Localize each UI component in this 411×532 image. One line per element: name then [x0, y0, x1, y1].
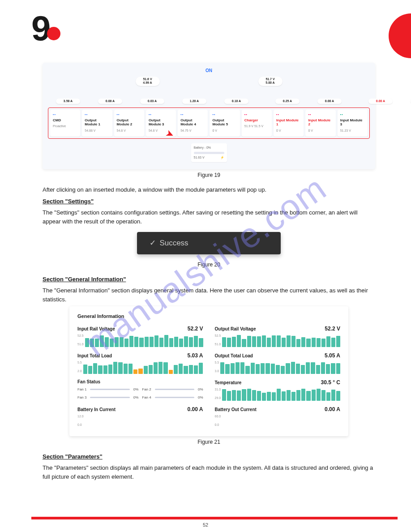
fan-grid: Fan 10%Fan 20%Fan 30%Fan 40% — [77, 387, 203, 400]
module-icon: ▪▪ — [308, 112, 333, 117]
fan-bar — [155, 389, 194, 390]
figure-20-label: Figure 20 — [43, 261, 375, 269]
module-title: Input Module 3 — [340, 118, 365, 127]
gi-name: Battery Out Current — [215, 406, 257, 413]
fan-bar — [90, 389, 129, 390]
module-card[interactable]: ▪▪Output Module 454.75 V — [178, 110, 208, 137]
module-icon: ▪▪ — [244, 112, 269, 117]
gi-value: 52.2 V — [325, 325, 340, 333]
module-title: Charger — [244, 118, 269, 123]
figure-21-label: Figure 21 — [43, 438, 375, 446]
section-general-body: The "General Information" section displa… — [43, 286, 375, 304]
fan-name: Fan 4 — [142, 395, 151, 400]
gi-name: Fan Status — [77, 378, 100, 385]
value-a: 4.99 A — [140, 81, 155, 85]
y-axis: 31.029.0 — [215, 387, 221, 401]
battery-bar — [194, 152, 224, 154]
module-icon: ▪▪ — [180, 112, 205, 117]
module-icon: ▪▪ — [340, 112, 365, 117]
module-card[interactable]: ▪▪Charger51.9 V 51.5 V — [242, 110, 272, 137]
value-a: 5.00 A — [263, 81, 278, 85]
module-sub: 54.75 V — [180, 129, 205, 133]
bolt-icon: ⚡ — [220, 155, 224, 160]
battery-card[interactable]: Battery - 0% 51.63 V ⚡ — [191, 143, 227, 162]
top-bubbles: 51.6 V 4.99 A 51.7 V 5.00 A — [48, 77, 370, 86]
section-settings-body: The "Settings" section contains configur… — [43, 208, 375, 226]
module-title: Output Module 1 — [85, 118, 109, 127]
logo-char: 9 — [31, 9, 49, 48]
y-axis: 5.52.0 — [77, 360, 82, 374]
bar-chart — [222, 334, 340, 348]
module-card[interactable]: ▪▪Output Module 50 V — [210, 110, 240, 137]
gi-title: General Information — [77, 313, 340, 320]
fan-val: 0% — [133, 395, 139, 400]
bubble: 0.08 A — [98, 99, 122, 104]
module-card[interactable]: ▪▪CMDProactive — [50, 110, 80, 137]
module-icon: ▪▪ — [212, 112, 237, 117]
gi-item: Input Rail Voltage52.2 V52.551.0 — [77, 325, 203, 348]
fan-val: 0% — [198, 387, 203, 392]
system-diagram: ON 51.6 V 4.99 A 51.7 V 5.00 A 3.58 A0.0… — [43, 63, 375, 169]
battery-voltage: 51.63 V — [194, 155, 205, 160]
fan-bar — [155, 397, 194, 398]
module-card[interactable]: ▪▪Input Module 20 V — [305, 110, 335, 137]
modules-row: ▪▪CMDProactive▪▪Output Module 154.88 V▪▪… — [50, 110, 368, 137]
module-icon: ▪▪ — [117, 112, 141, 117]
success-toast: ✓ Success — [137, 232, 280, 254]
corner-decor — [389, 13, 411, 58]
module-sub: 54.88 V — [85, 129, 109, 133]
gi-item: Battery Out Current0.00 A60.00.0 — [215, 405, 341, 428]
gi-value: 52.2 V — [188, 325, 203, 333]
bar-chart — [220, 360, 340, 375]
fan-bar — [90, 397, 129, 398]
modules-highlight-box: ▪▪CMDProactive▪▪Output Module 154.88 V▪▪… — [48, 107, 370, 139]
module-card[interactable]: ▪▪Output Module 154.88 V — [82, 110, 112, 137]
module-title: Input Module 2 — [308, 118, 333, 127]
section-general-title: Section "General Information" — [43, 275, 375, 284]
bar-chart — [83, 360, 203, 375]
module-icon: ▪▪ — [85, 112, 109, 117]
value-v: 51.7 V — [263, 77, 278, 81]
brand-logo: 9 — [31, 8, 60, 49]
bubble: 1.20 A — [182, 99, 206, 104]
module-sub: 0 V — [276, 129, 301, 133]
module-title: CMD — [53, 118, 77, 123]
value-v: 51.6 V — [140, 77, 155, 81]
module-icon: ▪▪ — [149, 112, 173, 117]
bar-chart — [222, 387, 340, 402]
fan-name: Fan 2 — [142, 387, 151, 392]
module-title: Output Module 4 — [180, 118, 205, 127]
bubble: 0.25 A — [275, 99, 300, 104]
gi-value: 5.05 A — [325, 352, 340, 360]
module-icon: ▪▪ — [276, 112, 301, 117]
gi-value: 5.03 A — [188, 352, 203, 360]
module-title: Output Module 3 — [149, 118, 173, 127]
module-card[interactable]: ▪▪Input Module 351.23 V — [338, 110, 368, 137]
logo-dot — [47, 27, 60, 40]
gi-item: Battery In Current0.00 A12.00.0 — [77, 405, 203, 428]
label-on: ON — [48, 67, 370, 74]
bubble-top-right: 51.7 V 5.00 A — [258, 77, 283, 86]
gi-name: Output Total Load — [215, 352, 253, 359]
mid-bubbles: 3.58 A0.08 A0.03 A1.20 A0.10 A0.25 A0.00… — [48, 99, 370, 104]
bubble: 3.58 A — [56, 99, 80, 104]
section-parameters-title: Section "Parameters" — [43, 452, 375, 461]
module-sub: 51.9 V 51.5 V — [244, 124, 269, 129]
module-card[interactable]: ▪▪Output Module 254.8 V — [114, 110, 144, 137]
fan-val: 0% — [133, 387, 139, 392]
gi-item: Fan StatusFan 10%Fan 20%Fan 30%Fan 40% — [77, 378, 203, 402]
module-card[interactable]: ▪▪Input Module 10 V — [274, 110, 304, 137]
bar-chart — [85, 334, 203, 348]
bubble: 0.00 A — [317, 99, 342, 104]
y-axis: 60.00.0 — [215, 414, 221, 428]
gi-name: Input Total Load — [77, 352, 112, 359]
general-info-card: General Information Input Rail Voltage52… — [69, 306, 348, 436]
page-number: 52 — [203, 522, 208, 528]
check-icon: ✓ — [150, 237, 156, 249]
gi-item: Output Total Load5.05 A5.53.0 — [215, 352, 341, 375]
content: ON 51.6 V 4.99 A 51.7 V 5.00 A 3.58 A0.0… — [43, 63, 375, 484]
gi-grid: Input Rail Voltage52.2 V52.551.0Output R… — [77, 325, 340, 428]
fan-name: Fan 3 — [77, 395, 86, 400]
figure-19-label: Figure 19 — [43, 171, 375, 179]
module-sub: 54.8 V — [117, 129, 141, 133]
